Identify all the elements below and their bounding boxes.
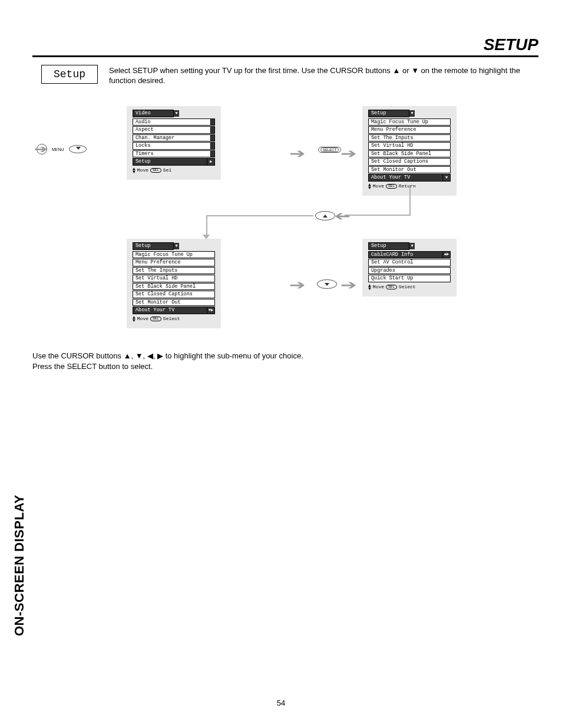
intro-text: Select SETUP when setting your TV up for… <box>109 66 538 86</box>
flow-line <box>345 215 411 216</box>
flow-arrow-icon: ➔ <box>289 146 305 162</box>
menu-item-label: CableCARD Info <box>371 252 413 258</box>
sel-pill-icon: SEL <box>150 168 161 173</box>
header-title: SETUP <box>484 35 538 54</box>
menu-item-label: Audio <box>135 119 151 125</box>
menu-item: Upgrades <box>368 267 451 275</box>
down-indicator-icon: ▼ <box>409 110 415 117</box>
hint-move: Move <box>373 184 384 189</box>
endcap-icon <box>210 142 215 150</box>
menu-item-label: Set AV Control <box>371 259 413 265</box>
hint-action: Select <box>163 317 180 321</box>
instr-a: Use the CURSOR buttons <box>32 351 124 360</box>
osd-title-text: Setup <box>371 110 386 116</box>
menu-item-selected: Setup▶ <box>133 158 215 166</box>
endcap-icon <box>210 150 215 158</box>
menu-item: Set The Inputs <box>368 134 451 142</box>
sel-pill-icon: SEL <box>386 184 397 189</box>
menu-item-selected: About Your TV▼ <box>368 174 451 182</box>
menu-item: Set Monitor Out <box>133 299 215 307</box>
updown-arrows-icon: ▲▼ <box>133 167 135 174</box>
osd-main-menu: Video ▼ Audio Aspect Chan. Manager Locks… <box>127 106 221 180</box>
osd-setup-menu-2: Setup ▼ Magic Focus Tune Up Menu Prefere… <box>127 239 221 328</box>
dpad-down-icon <box>69 144 87 154</box>
instruction-text: Use the CURSOR buttons ▲, ▼, ◀, ▶ to hig… <box>32 351 527 371</box>
menu-item: Set Closed Captions <box>368 158 451 166</box>
menu-item-label: Set Monitor Out <box>135 299 181 305</box>
menu-item: Set Monitor Out <box>368 166 451 174</box>
dpad-up-icon <box>315 211 335 220</box>
down-arrow-icon: ▼ <box>411 66 419 75</box>
osd-setup-menu-1: Setup ▼ Magic Focus Tune Up Menu Prefere… <box>362 106 457 196</box>
menu-item-label: Set Black Side Panel <box>135 284 196 289</box>
sel-pill-icon: SEL <box>386 285 397 289</box>
remote-controls: MENU ➔ ➔ <box>37 144 87 154</box>
hint-action: Return <box>399 184 416 189</box>
menu-item-selected: CableCARD Info▲▶ <box>368 251 451 259</box>
menu-item-label: Aspect <box>135 127 154 133</box>
menu-item-label: About Your TV <box>371 174 410 180</box>
osd-list: Audio Aspect Chan. Manager Locks Timers … <box>133 118 215 166</box>
menu-item: Set Virtual HD <box>133 275 215 282</box>
menu-item: Magic Focus Tune Up <box>368 118 451 126</box>
dpad-down-icon <box>317 279 337 289</box>
menu-item-selected: About Your TV▼▶ <box>133 307 215 314</box>
menu-item-label: Set The Inputs <box>371 135 413 141</box>
flow-arrow-icon: ➔ <box>34 143 48 156</box>
menu-item: Timers <box>133 150 215 158</box>
down-indicator-icon: ▼ <box>174 243 179 249</box>
menu-item-label: Set Closed Captions <box>371 159 428 164</box>
upright-indicator-icon: ▲▶ <box>442 251 451 259</box>
section-label: Setup <box>54 68 85 80</box>
menu-item: Set Closed Captions <box>133 291 215 298</box>
side-label-text: ON-SCREEN DISPLAY <box>12 495 27 636</box>
menu-item: Aspect <box>133 126 215 134</box>
osd-title: Setup ▼ <box>133 242 174 250</box>
osd-title: Setup ▼ <box>368 242 409 250</box>
flow-arrow-icon: ➔ <box>340 278 356 293</box>
up-arrow-icon: ▲ <box>392 66 400 75</box>
osd-hint: ▲▼ Move SEL Select <box>368 284 451 291</box>
menu-item: Set Virtual HD <box>368 142 451 150</box>
menu-item: Set Black Side Panel <box>368 150 451 158</box>
menu-item: Set The Inputs <box>133 267 215 275</box>
menu-item-label: Menu Preference <box>371 127 416 133</box>
menu-item: Menu Preference <box>368 126 451 134</box>
osd-title: Video ▼ <box>133 110 174 117</box>
menu-item: Set AV Control <box>368 259 451 266</box>
osd-setup-menu-3: Setup ▼ CableCARD Info▲▶ Set AV Control … <box>362 239 457 297</box>
flow-line <box>206 215 313 216</box>
menu-item-label: Chan. Manager <box>135 135 174 141</box>
menu-item-label: Setup <box>135 159 151 164</box>
downright-indicator-icon: ▼▶ <box>207 307 215 314</box>
hint-action: Sel <box>163 168 171 173</box>
menu-item-label: Timers <box>135 151 154 157</box>
menu-item-label: Set The Inputs <box>135 268 177 274</box>
menu-item-label: About Your TV <box>135 307 174 313</box>
updown-arrows-icon: ▲▼ <box>368 183 371 190</box>
menu-item-label: Magic Focus Tune Up <box>371 119 428 125</box>
down-indicator-icon: ▼ <box>409 243 415 249</box>
menu-item: Chan. Manager <box>133 134 215 142</box>
menu-item-label: Menu Preference <box>135 259 181 265</box>
osd-hint: ▲▼ Move SEL Select <box>133 316 215 322</box>
osd-title: Setup ▼ <box>368 110 409 117</box>
intro-or: or <box>400 66 411 75</box>
menu-item: Set Black Side Panel <box>133 283 215 291</box>
updown-arrows-icon: ▲▼ <box>368 284 371 291</box>
intro-part-a: Select SETUP when setting your TV up for… <box>109 66 392 75</box>
select-button-icon: SELECT <box>318 147 341 153</box>
menu-item-label: Upgrades <box>371 268 395 274</box>
hint-move: Move <box>137 317 148 321</box>
instr-arrows: ▲, ▼, ◀, ▶ <box>124 351 163 360</box>
flow-arrow-icon: ➔ <box>340 146 356 162</box>
menu-item: Quick Start Up <box>368 275 451 282</box>
osd-title-text: Setup <box>371 243 386 249</box>
osd-list: Magic Focus Tune Up Menu Preference Set … <box>368 118 451 182</box>
menu-item-label: Set Black Side Panel <box>371 151 431 157</box>
menu-item: Audio <box>133 118 215 126</box>
osd-list: CableCARD Info▲▶ Set AV Control Upgrades… <box>368 251 451 282</box>
menu-item-label: Set Closed Captions <box>135 291 193 297</box>
menu-item-label: Set Virtual HD <box>135 275 177 281</box>
osd-hint: ▲▼ Move SEL Sel <box>133 167 215 174</box>
